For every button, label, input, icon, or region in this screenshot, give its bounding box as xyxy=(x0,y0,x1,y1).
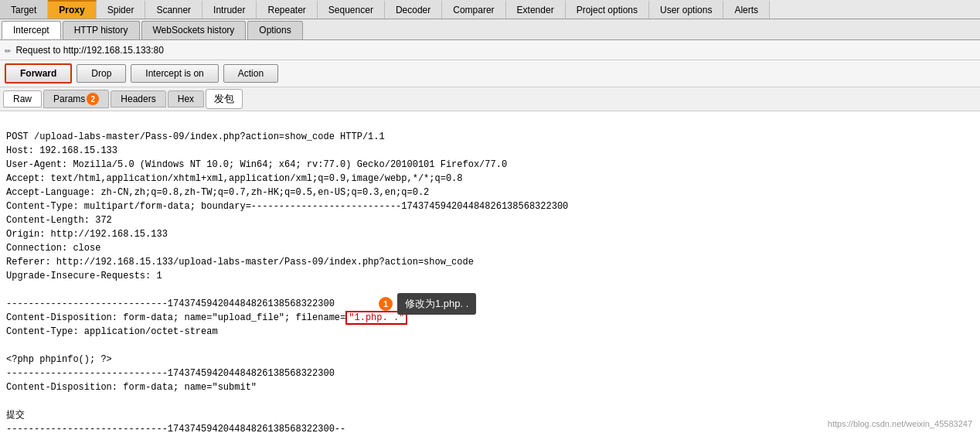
edit-icon: ✏ xyxy=(5,43,11,56)
content-tabs: Raw Params2 Headers Hex 发包 xyxy=(0,87,980,111)
request-bar: ✏ Request to http://192.168.15.133:80 xyxy=(0,40,980,60)
subnav-options[interactable]: Options xyxy=(247,21,302,39)
toolbar: Forward Drop Intercept is on Action xyxy=(0,60,980,87)
intercept-button[interactable]: Intercept is on xyxy=(131,64,218,83)
forward-button[interactable]: Forward xyxy=(5,63,72,84)
nav-repeater[interactable]: Repeater xyxy=(257,0,317,19)
tab-hex[interactable]: Hex xyxy=(168,90,204,107)
nav-spider[interactable]: Spider xyxy=(97,0,146,19)
nav-intruder[interactable]: Intruder xyxy=(202,0,257,19)
params-badge: 2 xyxy=(87,93,99,105)
drop-button[interactable]: Drop xyxy=(77,64,126,83)
tab-params[interactable]: Params2 xyxy=(43,90,109,108)
tab-raw[interactable]: Raw xyxy=(3,90,42,107)
nav-extender[interactable]: Extender xyxy=(506,0,566,19)
subnav-websockets[interactable]: WebSockets history xyxy=(141,21,247,39)
nav-sequencer[interactable]: Sequencer xyxy=(318,0,385,19)
subnav-http-history[interactable]: HTTP history xyxy=(63,21,140,39)
fabao-button[interactable]: 发包 xyxy=(206,89,243,109)
nav-proxy[interactable]: Proxy xyxy=(48,0,96,19)
nav-user-options[interactable]: User options xyxy=(649,0,723,19)
annotation-text-1: 修改为1.php. . xyxy=(397,293,476,315)
sub-nav: Intercept HTTP history WebSockets histor… xyxy=(0,19,980,40)
nav-project-options[interactable]: Project options xyxy=(566,0,649,19)
nav-target[interactable]: Target xyxy=(0,0,48,19)
content-area: POST /upload-labs-master/Pass-09/index.p… xyxy=(0,111,980,433)
tab-headers[interactable]: Headers xyxy=(111,90,165,107)
nav-decoder[interactable]: Decoder xyxy=(385,0,442,19)
action-button[interactable]: Action xyxy=(223,64,278,83)
nav-alerts[interactable]: Alerts xyxy=(723,0,770,19)
nav-comparer[interactable]: Comparer xyxy=(442,0,505,19)
top-nav: Target Proxy Spider Scanner Intruder Rep… xyxy=(0,0,980,19)
annotation-1: 1 修改为1.php. . xyxy=(379,293,476,315)
request-url: Request to http://192.168.15.133:80 xyxy=(15,45,163,56)
subnav-intercept[interactable]: Intercept xyxy=(2,21,61,39)
nav-scanner[interactable]: Scanner xyxy=(145,0,202,19)
request-line-1: POST /upload-labs-master/Pass-09/index.p… xyxy=(6,131,568,433)
annotation-badge-1: 1 xyxy=(379,297,393,311)
